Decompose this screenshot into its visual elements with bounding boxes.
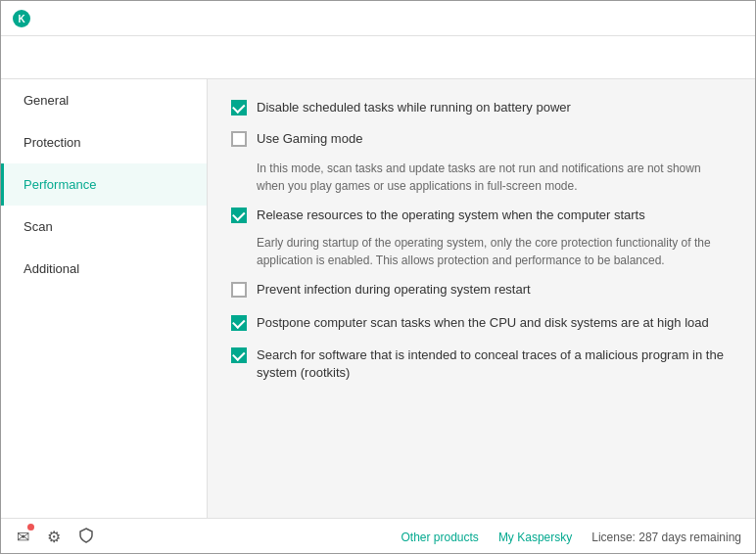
option-row-prevent-infection: Prevent infection during operating syste… (231, 281, 732, 300)
checkbox-release-resources[interactable] (231, 208, 247, 223)
checkbox-prevent-infection[interactable] (231, 282, 247, 300)
title-bar: K (1, 1, 755, 36)
option-desc-release-resources: Early during startup of the operating sy… (257, 234, 732, 269)
envelope-icon: ✉ (17, 529, 29, 545)
notifications-button[interactable]: ✉ (15, 526, 31, 548)
option-label-gaming-mode: Use Gaming mode (257, 130, 362, 148)
sidebar-item-protection[interactable]: Protection (1, 121, 207, 163)
license-text: License: 287 days remaining (591, 531, 741, 544)
option-row-postpone-scan: Postpone computer scan tasks when the CP… (231, 314, 732, 332)
checkbox-visual-postpone-scan (231, 315, 247, 331)
checkbox-visual-release-resources (231, 208, 247, 223)
settings-button[interactable]: ⚙ (45, 526, 63, 548)
svg-text:K: K (18, 14, 25, 24)
option-label-release-resources: Release resources to the operating syste… (257, 207, 645, 224)
option-desc-gaming-mode: In this mode, scan tasks and update task… (257, 160, 732, 195)
checkbox-visual-prevent-infection (231, 282, 247, 298)
sidebar: GeneralProtectionPerformanceScanAddition… (1, 79, 208, 518)
gear-icon: ⚙ (47, 529, 61, 545)
checkbox-gaming-mode[interactable] (231, 131, 247, 150)
footer: ✉ ⚙ Other products My Kaspersky License:… (1, 518, 755, 554)
help-button[interactable] (692, 17, 700, 21)
checkbox-visual-gaming-mode (231, 131, 247, 147)
support-button[interactable] (76, 526, 96, 549)
option-row-disable-scheduled: Disable scheduled tasks while running on… (231, 99, 732, 116)
content-area: Disable scheduled tasks while running on… (208, 79, 755, 518)
minimize-button[interactable] (714, 17, 722, 21)
option-label-prevent-infection: Prevent infection during operating syste… (257, 281, 531, 299)
back-button[interactable] (17, 56, 21, 60)
sidebar-item-performance[interactable]: Performance (1, 163, 207, 206)
shield-icon (78, 530, 94, 546)
footer-icon-group: ✉ ⚙ (15, 526, 96, 549)
checkbox-visual-search-rootkits (231, 347, 247, 363)
option-label-search-rootkits: Search for software that is intended to … (257, 346, 732, 382)
option-row-gaming-mode: Use Gaming mode (231, 130, 732, 150)
sidebar-item-scan[interactable]: Scan (1, 206, 207, 248)
sidebar-item-general[interactable]: General (1, 79, 207, 121)
notification-badge (27, 524, 34, 531)
option-row-release-resources: Release resources to the operating syste… (231, 207, 732, 224)
checkbox-postpone-scan[interactable] (231, 315, 247, 331)
checkbox-visual-disable-scheduled (231, 100, 247, 115)
option-row-search-rootkits: Search for software that is intended to … (231, 346, 732, 382)
my-kaspersky-link[interactable]: My Kaspersky (498, 531, 572, 544)
app-icon: K (13, 10, 30, 27)
checkbox-disable-scheduled[interactable] (231, 100, 247, 115)
main-layout: GeneralProtectionPerformanceScanAddition… (1, 79, 755, 518)
window-controls (692, 17, 743, 21)
other-products-link[interactable]: Other products (402, 531, 479, 544)
footer-links: Other products My Kaspersky License: 287… (402, 531, 742, 544)
option-label-postpone-scan: Postpone computer scan tasks when the CP… (257, 314, 709, 332)
checkbox-search-rootkits[interactable] (231, 347, 247, 363)
header-bar (1, 36, 755, 79)
close-button[interactable] (735, 17, 743, 21)
option-label-disable-scheduled: Disable scheduled tasks while running on… (257, 99, 571, 116)
sidebar-item-additional[interactable]: Additional (1, 248, 207, 290)
